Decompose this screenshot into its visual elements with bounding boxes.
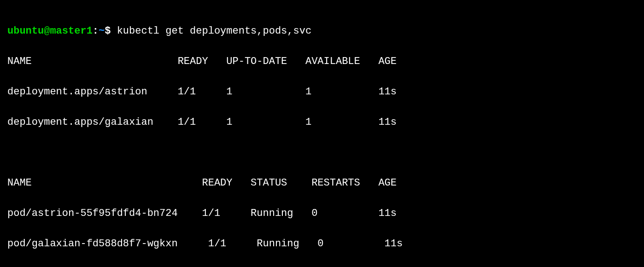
deployment-ready: 1/1 (178, 86, 196, 98)
pod-row: pod/astrion-55f95fdfd4-bn724 1/1 Running… (7, 206, 637, 221)
deployment-age: 11s (378, 116, 397, 128)
terminal[interactable]: ubuntu@master1:~$ kubectl get deployment… (0, 0, 644, 267)
pod-age: 11s (385, 238, 403, 250)
col-available: AVAILABLE (305, 56, 360, 67)
deployment-row: deployment.apps/galaxian 1/1 1 1 11s (7, 115, 637, 130)
deployment-row: deployment.apps/astrion 1/1 1 1 11s (7, 84, 637, 99)
pod-name: pod/astrion-55f95fdfd4-bn724 (7, 208, 178, 219)
prompt-colon: : (93, 25, 99, 37)
col-ready: READY (178, 56, 208, 67)
deployment-ready: 1/1 (178, 116, 196, 128)
col-name: NAME (7, 56, 32, 67)
pod-status: Running (257, 238, 299, 250)
blank-line (7, 145, 637, 160)
deployment-available: 1 (305, 116, 311, 128)
col-restarts: RESTARTS (311, 177, 360, 189)
col-name: NAME (7, 177, 32, 189)
pod-restarts: 0 (317, 238, 323, 250)
col-age: AGE (378, 177, 397, 189)
pod-row: pod/galaxian-fd588d8f7-wgkxn 1/1 Running… (7, 236, 637, 251)
prompt-dollar: $ (105, 25, 111, 37)
prompt-path: ~ (99, 25, 105, 37)
pod-ready: 1/1 (208, 238, 227, 250)
command-text: kubectl get deployments,pods,svc (117, 25, 311, 37)
prompt-host: @master1 (44, 25, 93, 37)
pod-restarts: 0 (311, 208, 317, 219)
col-status: STATUS (251, 177, 287, 189)
pods-header-line: NAME READY STATUS RESTARTS AGE (7, 175, 637, 191)
deployment-uptodate: 1 (226, 86, 232, 98)
prompt-user: ubuntu (7, 25, 44, 37)
pod-status: Running (251, 208, 293, 219)
col-age: AGE (378, 56, 397, 67)
command-line: ubuntu@master1:~$ kubectl get deployment… (7, 23, 637, 39)
pod-name: pod/galaxian-fd588d8f7-wgkxn (7, 238, 178, 250)
deployment-available: 1 (305, 86, 311, 98)
pod-ready: 1/1 (202, 208, 220, 219)
deployment-uptodate: 1 (226, 116, 232, 128)
col-uptodate: UP-TO-DATE (226, 56, 287, 67)
pod-age: 11s (378, 208, 397, 219)
deployment-name: deployment.apps/astrion (7, 86, 147, 98)
deployments-header-line: NAME READY UP-TO-DATE AVAILABLE AGE (7, 54, 637, 69)
deployment-age: 11s (378, 86, 397, 98)
col-ready: READY (202, 177, 232, 189)
deployment-name: deployment.apps/galaxian (7, 116, 153, 128)
